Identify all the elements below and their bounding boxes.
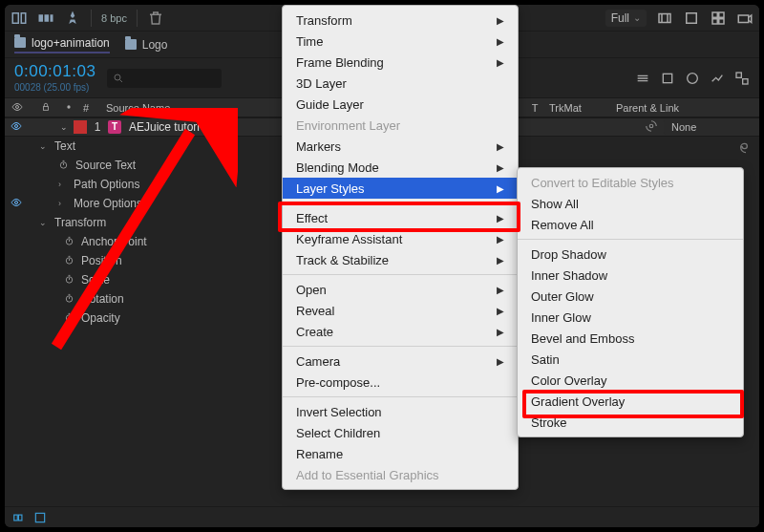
viewer-options-icon[interactable] bbox=[656, 10, 673, 27]
submenu-outer-glow[interactable]: Outer Glow bbox=[518, 286, 743, 307]
source-name-column-header[interactable]: Source Name bbox=[106, 102, 170, 114]
toggle-mask-icon[interactable] bbox=[683, 10, 700, 27]
menu-create[interactable]: Create▶ bbox=[283, 321, 518, 342]
grid-icon[interactable] bbox=[710, 10, 727, 27]
parent-dropdown[interactable]: None bbox=[664, 119, 750, 135]
submenu-remove-all[interactable]: Remove All bbox=[518, 214, 743, 235]
submenu-arrow-icon: ▶ bbox=[497, 162, 504, 173]
layer-name[interactable]: AEJuice tutori bbox=[129, 120, 200, 134]
submenu-arrow-icon: ▶ bbox=[497, 15, 504, 26]
svg-rect-11 bbox=[738, 15, 749, 23]
property-label: Path Options bbox=[74, 178, 139, 191]
rocket-icon[interactable] bbox=[64, 10, 81, 27]
resolution-label: Full bbox=[611, 11, 629, 25]
menu-time[interactable]: Time▶ bbox=[283, 31, 518, 52]
menu-rename[interactable]: Rename bbox=[283, 443, 518, 464]
menu-separator bbox=[283, 274, 518, 275]
menu-layer-styles[interactable]: Layer Styles▶ bbox=[283, 178, 518, 199]
submenu-show-all[interactable]: Show All bbox=[518, 193, 743, 214]
property-label: Opacity bbox=[81, 311, 120, 325]
menu-frame-blending[interactable]: Frame Blending▶ bbox=[283, 52, 518, 73]
menu-track-stabilize[interactable]: Track & Stabilize▶ bbox=[283, 249, 518, 270]
timeline-option-icon-4[interactable] bbox=[710, 71, 725, 86]
menu-select-children[interactable]: Select Children bbox=[283, 422, 518, 443]
menu-keyframe-assistant[interactable]: Keyframe Assistant▶ bbox=[283, 228, 518, 249]
frame-rate-label: 00028 (25.00 fps) bbox=[14, 82, 96, 93]
stopwatch-icon[interactable] bbox=[64, 293, 75, 305]
svg-rect-7 bbox=[712, 12, 717, 17]
visibility-toggle[interactable] bbox=[9, 120, 24, 135]
menu-camera[interactable]: Camera▶ bbox=[283, 351, 518, 372]
svg-point-14 bbox=[688, 73, 698, 83]
svg-point-20 bbox=[15, 124, 18, 127]
timeline-option-icon-2[interactable] bbox=[660, 71, 675, 86]
stopwatch-icon[interactable] bbox=[58, 160, 70, 171]
svg-rect-10 bbox=[719, 18, 724, 23]
lock-column-icon bbox=[41, 102, 51, 114]
property-label: Scale bbox=[81, 273, 110, 287]
layer-index: 1 bbox=[91, 120, 104, 134]
expression-spiral-icon[interactable] bbox=[734, 138, 750, 154]
stopwatch-icon[interactable] bbox=[64, 274, 75, 286]
shy-column-icon bbox=[64, 102, 74, 114]
menu-transform[interactable]: Transform▶ bbox=[283, 10, 518, 31]
svg-rect-29 bbox=[14, 515, 18, 521]
layer-expand-caret[interactable]: ⌄ bbox=[60, 122, 70, 132]
svg-rect-13 bbox=[663, 74, 671, 82]
submenu-color-overlay[interactable]: Color Overlay bbox=[518, 370, 743, 391]
property-label: Rotation bbox=[81, 292, 124, 306]
menu-precompose[interactable]: Pre-compose... bbox=[283, 372, 518, 393]
visibility-toggle[interactable] bbox=[9, 197, 24, 211]
svg-rect-16 bbox=[743, 78, 748, 83]
stopwatch-icon[interactable] bbox=[64, 255, 75, 266]
submenu-gradient-overlay[interactable]: Gradient Overlay bbox=[518, 391, 743, 412]
submenu-convert-editable: Convert to Editable Styles bbox=[518, 172, 743, 193]
timeline-option-icon-1[interactable] bbox=[635, 71, 650, 86]
stopwatch-icon[interactable] bbox=[64, 312, 75, 324]
stopwatch-icon[interactable] bbox=[64, 236, 75, 247]
submenu-arrow-icon: ▶ bbox=[497, 141, 504, 152]
submenu-inner-glow[interactable]: Inner Glow bbox=[518, 307, 743, 328]
timeline-search[interactable] bbox=[107, 69, 222, 88]
submenu-satin[interactable]: Satin bbox=[518, 349, 743, 370]
trash-icon[interactable] bbox=[147, 10, 164, 27]
svg-rect-0 bbox=[12, 12, 18, 23]
svg-rect-5 bbox=[659, 13, 670, 22]
property-label: Source Text bbox=[75, 159, 136, 172]
resolution-dropdown[interactable]: Full ⌄ bbox=[605, 10, 647, 27]
submenu-drop-shadow[interactable]: Drop Shadow bbox=[518, 244, 743, 265]
timeline-option-icon-5[interactable] bbox=[734, 71, 750, 86]
render-queue-icon[interactable] bbox=[37, 10, 54, 27]
bit-depth-label[interactable]: 8 bpc bbox=[101, 12, 127, 24]
submenu-inner-shadow[interactable]: Inner Shadow bbox=[518, 265, 743, 286]
tab-logo-animation[interactable]: logo+animation bbox=[14, 36, 110, 53]
submenu-arrow-icon: ▶ bbox=[497, 255, 504, 266]
svg-rect-18 bbox=[44, 106, 49, 110]
submenu-stroke[interactable]: Stroke bbox=[518, 412, 743, 433]
menu-reveal[interactable]: Reveal▶ bbox=[283, 300, 518, 321]
submenu-arrow-icon: ▶ bbox=[497, 356, 504, 367]
pickwhip-icon[interactable] bbox=[645, 119, 658, 136]
tab-logo[interactable]: Logo bbox=[125, 38, 168, 52]
timeline-option-icon-3[interactable] bbox=[685, 71, 700, 86]
menu-3d-layer[interactable]: 3D Layer bbox=[283, 73, 518, 94]
submenu-arrow-icon: ▶ bbox=[497, 36, 504, 47]
menu-guide-layer[interactable]: Guide Layer bbox=[283, 94, 518, 115]
submenu-bevel-emboss[interactable]: Bevel and Emboss bbox=[518, 328, 743, 349]
output-module-icon[interactable] bbox=[11, 10, 28, 27]
camera-icon[interactable] bbox=[736, 10, 753, 27]
property-label: Anchor Point bbox=[81, 235, 147, 248]
svg-point-21 bbox=[649, 124, 653, 128]
svg-point-23 bbox=[15, 201, 18, 203]
submenu-arrow-icon: ▶ bbox=[497, 234, 504, 245]
menu-blending-mode[interactable]: Blending Mode▶ bbox=[283, 157, 518, 178]
current-time[interactable]: 0:00:01:03 bbox=[14, 63, 96, 81]
menu-open[interactable]: Open▶ bbox=[283, 279, 518, 300]
menu-markers[interactable]: Markers▶ bbox=[283, 136, 518, 157]
submenu-arrow-icon: ▶ bbox=[497, 57, 504, 68]
frame-blend-icon[interactable] bbox=[33, 511, 47, 524]
menu-effect[interactable]: Effect▶ bbox=[283, 207, 518, 228]
label-color[interactable] bbox=[74, 120, 87, 134]
menu-invert-selection[interactable]: Invert Selection bbox=[283, 401, 518, 422]
toggle-switches-icon[interactable] bbox=[12, 511, 26, 524]
